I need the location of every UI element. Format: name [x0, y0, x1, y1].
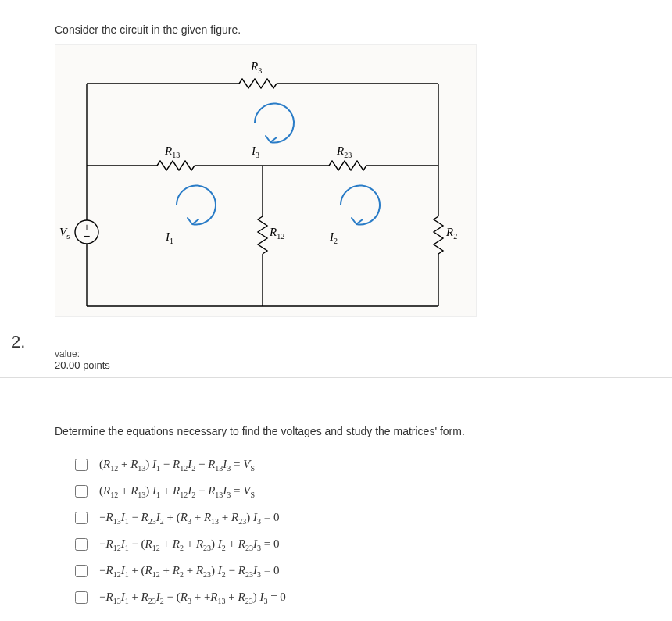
label-vs: Vs	[59, 226, 70, 241]
question-prompt: Determine the equations necessary to fin…	[55, 425, 656, 437]
option-5-label: −R12I1 + (R12 + R2 + R23) I2 − R23I3 = 0	[99, 564, 279, 579]
option-2-checkbox[interactable]	[75, 485, 88, 498]
label-r23: R23	[337, 145, 352, 159]
option-3-label: −R13I1 − R23I2 + (R3 + R13 + R23) I3 = 0	[99, 511, 279, 526]
circuit-figure: + − R3 R13 R23 R12 R2	[55, 44, 477, 317]
svg-text:−: −	[84, 230, 90, 242]
option-4[interactable]: −R12I1 − (R12 + R2 + R23) I2 + R23I3 = 0	[72, 536, 656, 553]
option-5[interactable]: −R12I1 + (R12 + R2 + R23) I2 − R23I3 = 0	[72, 562, 656, 580]
label-r12: R12	[270, 226, 284, 241]
option-1-label: (R12 + R13) I1 − R12I2 − R13I3 = VS	[99, 458, 255, 473]
points-value: 20.00 points	[55, 359, 656, 371]
option-4-checkbox[interactable]	[75, 538, 88, 551]
option-3-checkbox[interactable]	[75, 512, 88, 524]
question-meta: value: 20.00 points	[55, 348, 656, 371]
option-2[interactable]: (R12 + R13) I1 + R12I2 − R13I3 = VS	[72, 483, 656, 500]
option-4-label: −R12I1 − (R12 + R2 + R23) I2 + R23I3 = 0	[99, 537, 279, 552]
value-label: value:	[55, 348, 656, 359]
intro-text: Consider the circuit in the given figure…	[55, 23, 656, 36]
label-i1: I1	[166, 230, 173, 245]
label-r13: R13	[165, 145, 180, 159]
divider	[0, 377, 672, 378]
question-number: 2.	[11, 332, 25, 352]
label-r3: R3	[251, 60, 262, 75]
label-r2: R2	[446, 226, 457, 241]
option-6-checkbox[interactable]	[75, 591, 88, 604]
option-3[interactable]: −R13I1 − R23I2 + (R3 + R13 + R23) I3 = 0	[72, 509, 656, 526]
option-6[interactable]: −R13I1 + R23I2 − (R3 + +R13 + R23) I3 = …	[72, 589, 656, 606]
option-1-checkbox[interactable]	[75, 459, 88, 471]
label-i3: I3	[252, 145, 259, 159]
option-2-label: (R12 + R13) I1 + R12I2 − R13I3 = VS	[99, 484, 255, 499]
option-1[interactable]: (R12 + R13) I1 − R12I2 − R13I3 = VS	[72, 456, 656, 473]
answer-options: (R12 + R13) I1 − R12I2 − R13I3 = VS (R12…	[55, 456, 656, 606]
label-i2: I2	[330, 230, 338, 245]
option-6-label: −R13I1 + R23I2 − (R3 + +R13 + R23) I3 = …	[99, 591, 286, 605]
option-5-checkbox[interactable]	[75, 565, 88, 577]
